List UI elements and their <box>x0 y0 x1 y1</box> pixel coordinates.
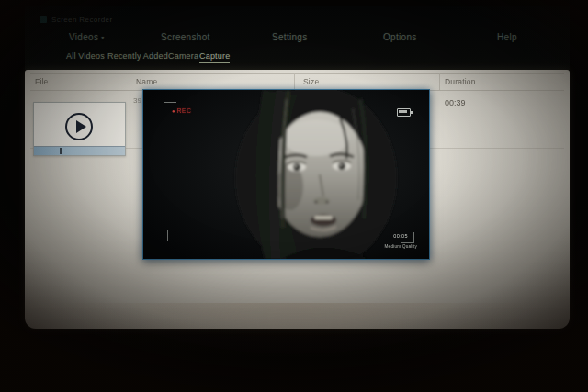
menu-help[interactable]: Help <box>497 32 517 42</box>
battery-icon <box>397 108 411 117</box>
column-header-file[interactable]: File <box>35 77 49 86</box>
remaining-time-label: 00:05 <box>393 233 408 239</box>
row-duration: 00:39 <box>445 98 466 107</box>
recorder-app-window: Screen Recorder Videos▾ Screenshot Setti… <box>25 6 570 329</box>
chevron-down-icon: ▾ <box>101 35 104 40</box>
menu-screenshot[interactable]: Screenshot <box>161 32 210 42</box>
tab-all-videos[interactable]: All Videos <box>66 51 105 62</box>
rec-label: REC <box>177 107 192 114</box>
column-divider <box>439 73 440 90</box>
column-header-duration[interactable]: Duration <box>445 77 476 86</box>
window-title-row: Screen Recorder <box>40 14 112 25</box>
app-icon <box>40 16 47 23</box>
menu-videos[interactable]: Videos▾ <box>69 32 105 42</box>
app-header: Screen Recorder Videos▾ Screenshot Setti… <box>25 6 570 70</box>
play-button-icon <box>65 113 93 140</box>
viewfinder-bracket-bottom-left <box>167 230 180 241</box>
column-header-name[interactable]: Name <box>136 77 157 86</box>
thumbnail-timeline-strip <box>34 146 125 155</box>
tab-recently-added[interactable]: Recently Added <box>107 51 168 62</box>
row-name-fragment: 39 <box>133 96 141 105</box>
column-divider <box>130 73 130 90</box>
video-thumbnail[interactable] <box>33 102 126 156</box>
column-header-size[interactable]: Size <box>303 77 319 86</box>
menu-options[interactable]: Options <box>383 32 417 42</box>
library-content: File Name Size Duration 39 00:39 <box>25 70 570 329</box>
menu-settings[interactable]: Settings <box>272 32 308 42</box>
window-title: Screen Recorder <box>51 16 112 24</box>
tab-capture[interactable]: Capture <box>199 51 230 63</box>
video-preview-player[interactable]: ● REC 00:05 Medium Quality <box>142 89 430 260</box>
rec-indicator: ● REC <box>172 107 192 114</box>
quality-label: Medium Quality <box>385 244 417 249</box>
column-divider <box>294 73 295 90</box>
video-frame-woman-face <box>143 90 429 259</box>
tab-camera[interactable]: Camera <box>168 51 198 62</box>
rec-dot-icon: ● <box>172 108 175 114</box>
timeline-marker <box>60 148 62 154</box>
table-top-border <box>30 73 564 74</box>
